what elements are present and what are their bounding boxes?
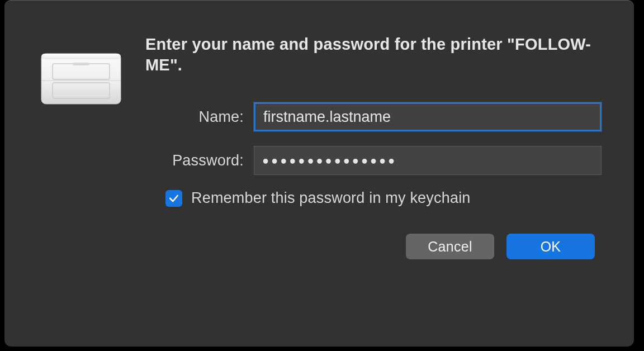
password-label: Password: — [145, 152, 254, 169]
auth-dialog: Enter your name and password for the pri… — [4, 0, 634, 347]
form-column: Enter your name and password for the pri… — [129, 34, 602, 259]
svg-rect-3 — [73, 63, 89, 65]
svg-rect-1 — [41, 54, 121, 59]
button-row: Cancel OK — [145, 234, 602, 259]
printer-icon — [39, 43, 123, 110]
name-input[interactable] — [254, 102, 602, 131]
cancel-button[interactable]: Cancel — [406, 234, 494, 259]
remember-row: Remember this password in my keychain — [145, 189, 602, 207]
name-row: Name: — [145, 102, 602, 131]
checkmark-icon — [168, 193, 179, 204]
prompt-text: Enter your name and password for the pri… — [145, 34, 602, 75]
remember-checkbox[interactable] — [165, 190, 182, 207]
ok-button[interactable]: OK — [506, 234, 595, 259]
password-row: Password: — [145, 146, 602, 175]
name-label: Name: — [145, 108, 254, 126]
password-input[interactable] — [254, 146, 602, 175]
dialog-content: Enter your name and password for the pri… — [4, 17, 634, 259]
icon-column — [39, 34, 129, 259]
remember-label: Remember this password in my keychain — [191, 189, 471, 207]
